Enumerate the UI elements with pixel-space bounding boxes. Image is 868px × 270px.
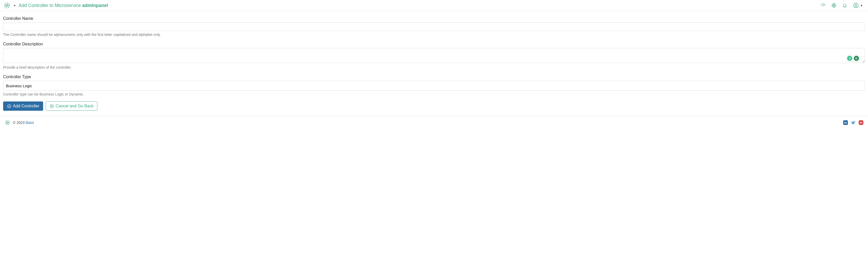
controller-description-label: Controller Description — [3, 42, 865, 46]
grammarly-overlay[interactable]: G — [846, 55, 860, 62]
grammarly-bulb-icon — [847, 56, 852, 61]
cancel-button-label: Cancel and Go Back — [56, 104, 94, 108]
globe-icon[interactable] — [831, 3, 836, 8]
topbar-right: ▼ — [820, 3, 863, 8]
page-title-strong: adminpanel — [82, 3, 108, 8]
svg-point-1 — [823, 5, 823, 6]
controller-type-group: Controller Type Business Logic Controlle… — [3, 75, 865, 96]
dashboard-icon[interactable] — [820, 3, 826, 8]
footer-copyright-text: © 2023 — [13, 121, 26, 125]
twitter-icon[interactable] — [851, 120, 856, 125]
add-controller-button-label: Add Controller — [13, 104, 39, 108]
page-title: Add Controller to Microservice adminpane… — [19, 3, 108, 8]
cancel-button[interactable]: Cancel and Go Back — [46, 101, 97, 111]
svg-point-4 — [855, 4, 857, 5]
footer-left: © 2023 Batoi — [5, 120, 34, 126]
controller-type-select[interactable]: Business Logic — [3, 81, 865, 91]
controller-description-input[interactable] — [3, 48, 865, 63]
linkedin-icon[interactable]: in — [843, 120, 848, 125]
page-title-prefix: Add Controller to Microservice — [19, 3, 82, 8]
footer-brand-link[interactable]: Batoi — [26, 121, 34, 125]
button-row: Add Controller Cancel and Go Back — [3, 101, 865, 111]
svg-point-5 — [7, 105, 11, 108]
footer-right: in m — [843, 120, 863, 125]
footer: © 2023 Batoi in m — [0, 116, 868, 129]
user-menu-caret-icon: ▼ — [860, 4, 863, 7]
controller-type-help: Controller type can be Business Logic or… — [3, 92, 865, 96]
form-area: Controller Name The Controller name shou… — [0, 11, 868, 116]
controller-name-group: Controller Name The Controller name shou… — [3, 16, 865, 37]
bell-icon[interactable] — [842, 3, 847, 8]
user-avatar-icon — [853, 3, 859, 8]
controller-description-wrap: G — [3, 48, 865, 64]
controller-description-help: Provide a brief description of the contr… — [3, 65, 865, 69]
app-logo-icon[interactable] — [4, 2, 10, 9]
mastodon-icon[interactable]: m — [859, 120, 863, 125]
topbar: ▼ Add Controller to Microservice adminpa… — [0, 0, 868, 11]
app-menu-caret-icon[interactable]: ▼ — [13, 4, 16, 7]
footer-copyright: © 2023 Batoi — [13, 121, 34, 125]
user-menu[interactable]: ▼ — [853, 3, 863, 8]
add-controller-button[interactable]: Add Controller — [3, 101, 43, 111]
controller-name-help: The Controller name should be alphanumer… — [3, 33, 865, 37]
controller-description-group: Controller Description G Provide a brief… — [3, 42, 865, 69]
controller-name-label: Controller Name — [3, 16, 865, 21]
footer-logo-icon[interactable] — [5, 120, 10, 126]
topbar-left: ▼ Add Controller to Microservice adminpa… — [4, 2, 108, 9]
controller-type-label: Controller Type — [3, 75, 865, 79]
controller-name-input[interactable] — [3, 23, 865, 31]
grammarly-g-icon: G — [854, 56, 859, 61]
